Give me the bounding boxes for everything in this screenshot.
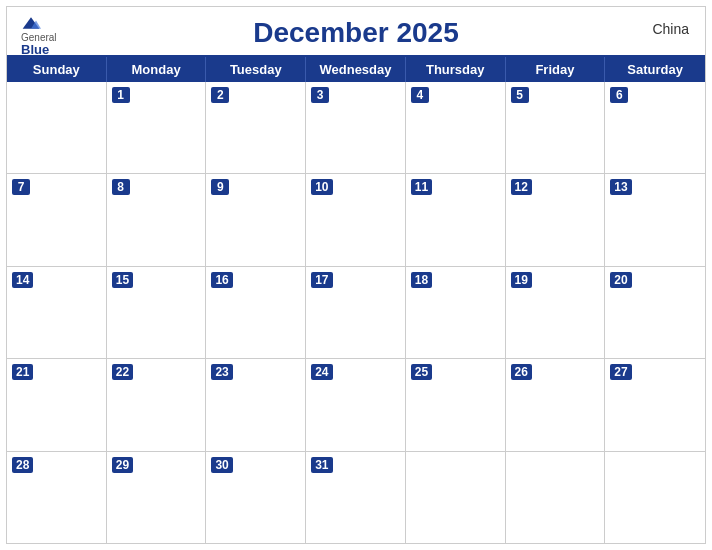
calendar-cell-15: 15 <box>107 267 207 358</box>
day-number: 11 <box>411 179 432 195</box>
calendar: General Blue December 2025 China SundayM… <box>6 6 706 544</box>
calendar-cell-20: 20 <box>605 267 705 358</box>
calendar-rows: 1234567891011121314151617181920212223242… <box>7 82 705 543</box>
calendar-cell-24: 24 <box>306 359 406 450</box>
day-number: 13 <box>610 179 631 195</box>
calendar-cell-11: 11 <box>406 174 506 265</box>
calendar-cell-2: 2 <box>206 82 306 173</box>
calendar-cell-empty <box>406 452 506 543</box>
calendar-cell-19: 19 <box>506 267 606 358</box>
day-number: 4 <box>411 87 429 103</box>
calendar-cell-14: 14 <box>7 267 107 358</box>
day-number: 18 <box>411 272 432 288</box>
day-number: 1 <box>112 87 130 103</box>
country-label: China <box>652 21 689 37</box>
day-number: 23 <box>211 364 232 380</box>
day-number: 24 <box>311 364 332 380</box>
calendar-cell-7: 7 <box>7 174 107 265</box>
calendar-cell-10: 10 <box>306 174 406 265</box>
day-number: 26 <box>511 364 532 380</box>
day-number: 3 <box>311 87 329 103</box>
calendar-header: General Blue December 2025 China <box>7 7 705 55</box>
day-number: 28 <box>12 457 33 473</box>
day-number: 10 <box>311 179 332 195</box>
calendar-row-0: 123456 <box>7 82 705 174</box>
calendar-row-3: 21222324252627 <box>7 359 705 451</box>
day-headers: SundayMondayTuesdayWednesdayThursdayFrid… <box>7 57 705 82</box>
calendar-title: December 2025 <box>253 17 458 49</box>
calendar-cell-22: 22 <box>107 359 207 450</box>
calendar-row-1: 78910111213 <box>7 174 705 266</box>
day-number: 22 <box>112 364 133 380</box>
day-number: 25 <box>411 364 432 380</box>
calendar-cell-18: 18 <box>406 267 506 358</box>
calendar-row-4: 28293031 <box>7 452 705 543</box>
logo: General Blue <box>21 15 57 57</box>
day-number: 15 <box>112 272 133 288</box>
calendar-cell-1: 1 <box>107 82 207 173</box>
day-number: 12 <box>511 179 532 195</box>
calendar-cell-4: 4 <box>406 82 506 173</box>
calendar-cell-empty <box>605 452 705 543</box>
calendar-grid: SundayMondayTuesdayWednesdayThursdayFrid… <box>7 55 705 543</box>
day-header-tuesday: Tuesday <box>206 57 306 82</box>
calendar-cell-9: 9 <box>206 174 306 265</box>
calendar-cell-29: 29 <box>107 452 207 543</box>
day-number: 19 <box>511 272 532 288</box>
day-number: 9 <box>211 179 229 195</box>
calendar-cell-5: 5 <box>506 82 606 173</box>
calendar-cell-empty <box>7 82 107 173</box>
calendar-cell-23: 23 <box>206 359 306 450</box>
day-number: 2 <box>211 87 229 103</box>
logo-blue-text: Blue <box>21 43 57 57</box>
day-number: 7 <box>12 179 30 195</box>
calendar-cell-13: 13 <box>605 174 705 265</box>
day-header-wednesday: Wednesday <box>306 57 406 82</box>
day-number: 6 <box>610 87 628 103</box>
logo-icon <box>21 15 41 31</box>
day-number: 21 <box>12 364 33 380</box>
calendar-cell-empty <box>506 452 606 543</box>
day-number: 29 <box>112 457 133 473</box>
day-header-thursday: Thursday <box>406 57 506 82</box>
calendar-cell-6: 6 <box>605 82 705 173</box>
day-number: 30 <box>211 457 232 473</box>
calendar-cell-8: 8 <box>107 174 207 265</box>
day-number: 5 <box>511 87 529 103</box>
calendar-cell-17: 17 <box>306 267 406 358</box>
calendar-row-2: 14151617181920 <box>7 267 705 359</box>
day-header-sunday: Sunday <box>7 57 107 82</box>
calendar-cell-16: 16 <box>206 267 306 358</box>
day-number: 31 <box>311 457 332 473</box>
calendar-cell-21: 21 <box>7 359 107 450</box>
day-number: 8 <box>112 179 130 195</box>
day-number: 17 <box>311 272 332 288</box>
calendar-cell-3: 3 <box>306 82 406 173</box>
calendar-cell-26: 26 <box>506 359 606 450</box>
calendar-cell-27: 27 <box>605 359 705 450</box>
calendar-cell-31: 31 <box>306 452 406 543</box>
day-number: 16 <box>211 272 232 288</box>
calendar-cell-28: 28 <box>7 452 107 543</box>
day-header-saturday: Saturday <box>605 57 705 82</box>
day-number: 27 <box>610 364 631 380</box>
day-number: 14 <box>12 272 33 288</box>
calendar-cell-30: 30 <box>206 452 306 543</box>
calendar-cell-12: 12 <box>506 174 606 265</box>
day-number: 20 <box>610 272 631 288</box>
day-header-monday: Monday <box>107 57 207 82</box>
calendar-cell-25: 25 <box>406 359 506 450</box>
day-header-friday: Friday <box>506 57 606 82</box>
